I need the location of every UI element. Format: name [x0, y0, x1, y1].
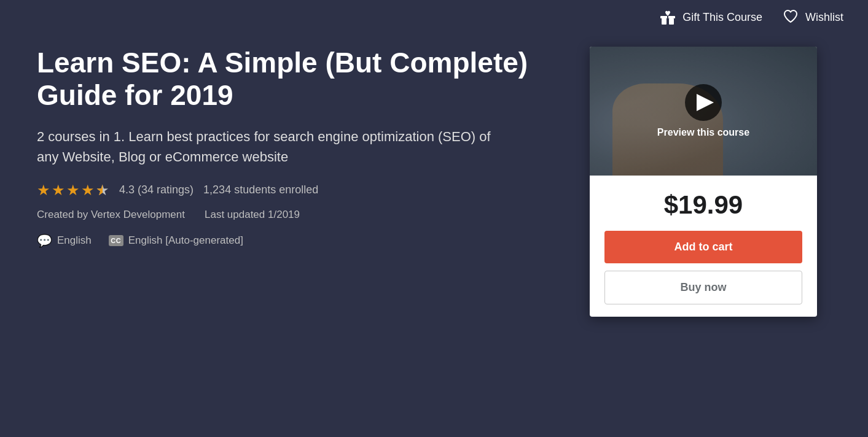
header-bar: Gift This Course Wishlist — [0, 0, 868, 34]
star-2: ★ — [52, 182, 65, 199]
rating-value: 4.3 (34 ratings) — [119, 184, 194, 196]
add-to-cart-button[interactable]: Add to cart — [604, 231, 802, 263]
captions-text: English [Auto-generated] — [128, 234, 243, 247]
course-price: $19.99 — [604, 190, 802, 220]
svg-rect-1 — [662, 18, 667, 25]
star-4: ★ — [81, 182, 95, 199]
card-body: $19.99 Add to cart Buy now — [590, 176, 817, 317]
preview-area[interactable]: Preview this course — [590, 47, 817, 176]
course-card: Preview this course $19.99 Add to cart B… — [590, 47, 817, 317]
play-button[interactable] — [685, 84, 722, 121]
preview-overlay: Preview this course — [590, 47, 817, 176]
star-5: ★★ — [96, 182, 109, 199]
wishlist-label: Wishlist — [805, 11, 843, 24]
speech-bubble-icon: 💬 — [37, 233, 52, 248]
language-row: 💬 English CC English [Auto-generated] — [37, 233, 565, 248]
language-item: 💬 English — [37, 233, 92, 248]
buy-now-button[interactable]: Buy now — [604, 271, 802, 304]
svg-rect-2 — [669, 18, 674, 25]
svg-rect-3 — [667, 16, 668, 25]
star-rating: ★ ★ ★ ★ ★★ — [37, 182, 109, 199]
preview-label: Preview this course — [657, 127, 749, 138]
course-title: Learn SEO: A Simple (But Complete) Guide… — [37, 47, 565, 112]
students-enrolled: 1,234 students enrolled — [203, 184, 318, 196]
gift-this-course-button[interactable]: Gift This Course — [659, 9, 762, 26]
cc-icon: CC — [109, 235, 123, 246]
meta-row: Created by Vertex Development Last updat… — [37, 209, 565, 221]
gift-icon — [659, 9, 676, 26]
language-text: English — [57, 234, 92, 247]
star-1: ★ — [37, 182, 50, 199]
gift-label: Gift This Course — [682, 11, 762, 24]
updated-info: Last updated 1/2019 — [205, 209, 300, 221]
creator-info: Created by Vertex Development — [37, 209, 185, 221]
heart-icon — [782, 9, 799, 26]
wishlist-button[interactable]: Wishlist — [782, 9, 843, 26]
rating-row: ★ ★ ★ ★ ★★ 4.3 (34 ratings) 1,234 studen… — [37, 182, 565, 199]
course-info: Learn SEO: A Simple (But Complete) Guide… — [37, 47, 565, 317]
star-3: ★ — [66, 182, 80, 199]
captions-item: CC English [Auto-generated] — [109, 234, 243, 247]
course-subtitle: 2 courses in 1. Learn best practices for… — [37, 126, 504, 167]
main-content: Learn SEO: A Simple (But Complete) Guide… — [0, 34, 868, 341]
